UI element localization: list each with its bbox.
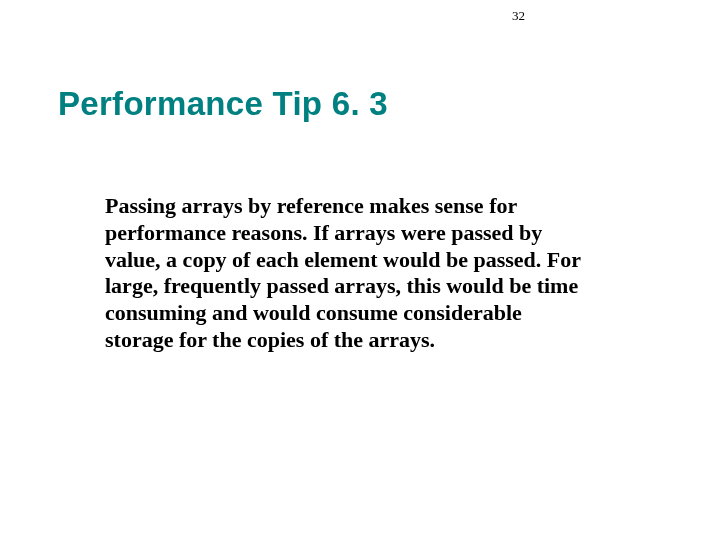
slide-title: Performance Tip 6. 3 xyxy=(58,85,388,123)
slide-body-text: Passing arrays by reference makes sense … xyxy=(105,193,595,354)
page-number: 32 xyxy=(512,8,525,24)
